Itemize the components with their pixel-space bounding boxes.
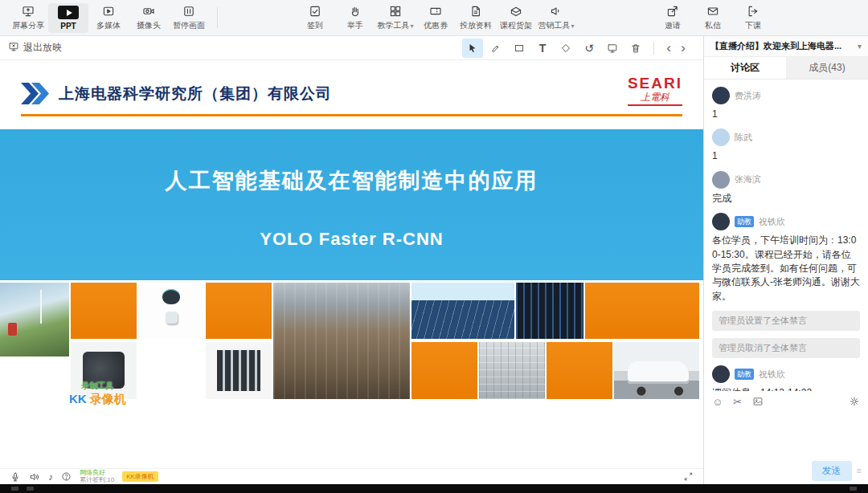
sender-name: 祝铁欣 <box>759 369 785 381</box>
system-message: 管理员取消了全体禁言 <box>712 338 860 358</box>
taskbar-icon[interactable] <box>850 487 857 491</box>
expand-icon[interactable] <box>683 471 694 482</box>
tab-discussion[interactable]: 讨论区 <box>704 57 786 79</box>
toolbar-button-multimedia[interactable]: 多媒体 <box>88 2 129 34</box>
toolbar-button-pause-screen[interactable]: 暂停画面 <box>169 2 209 34</box>
microphone-icon[interactable] <box>10 471 21 483</box>
live-intro-header[interactable]: 【直播介绍】欢迎来到上海电器... ▾ <box>704 36 868 57</box>
top-toolbar: 屏幕分享 PPT 多媒体 摄像头 <box>0 0 868 36</box>
tab-members[interactable]: 成员(43) <box>786 57 868 79</box>
tool-trash[interactable] <box>625 39 646 58</box>
toolbar-button-raise-hand[interactable]: 举手 <box>335 2 375 34</box>
send-row: 发送 ≡ <box>704 457 868 484</box>
seari-logo-text: SEARI <box>628 75 682 92</box>
collage-photo-robot <box>138 283 204 339</box>
watermark-badge: KK录像机 <box>122 471 158 482</box>
avatar <box>712 171 730 189</box>
message-list[interactable]: 费洪涛 1 陈武 1 张海滨 完成 <box>704 79 868 391</box>
taskbar-icon[interactable] <box>11 487 18 491</box>
sender-name: 张海滨 <box>735 173 761 185</box>
tool-pen[interactable] <box>485 39 506 58</box>
slide-header: 上海电器科学研究所（集团）有限公司 SEARI 上電科 <box>0 60 703 106</box>
toolbar-button-label: PPT <box>60 22 76 31</box>
tool-text[interactable]: T <box>532 39 553 58</box>
qa-icon[interactable] <box>61 471 72 482</box>
toolbar-button-end-class[interactable]: 下课 <box>733 2 773 34</box>
teaching-tools-icon <box>389 4 402 18</box>
toolbar-divider <box>653 42 654 55</box>
toolbar-button-course-shelf[interactable]: 课程货架 <box>496 2 536 34</box>
annotation-tools: T ↺ <box>462 39 646 58</box>
image-button[interactable] <box>752 396 764 407</box>
collage-photo-anechoic-chamber <box>479 342 545 399</box>
ppt-play-icon <box>58 6 79 20</box>
toolbar-button-label: 签到 <box>307 20 323 31</box>
toolbar-button-invite[interactable]: 邀请 <box>653 2 693 34</box>
presenter-toolbar: 退出放映 T ↺ <box>0 36 703 60</box>
recorder-watermark: 录制工具 KK 录像机 <box>69 381 126 406</box>
prev-slide-button[interactable]: ‹ <box>661 41 676 55</box>
toolbar-button-label: 多媒体 <box>96 20 121 31</box>
network-status: 网络良好 累计签到:10 <box>80 470 114 484</box>
materials-icon <box>469 4 482 18</box>
company-brand: 上海电器科学研究所（集团）有限公司 <box>21 83 332 104</box>
music-icon[interactable]: ♪ <box>48 471 53 483</box>
camera-icon <box>142 4 155 18</box>
bottom-taskbar-strip <box>0 484 868 493</box>
tool-display[interactable] <box>602 39 623 58</box>
seari-logo-subtext: 上電科 <box>628 92 682 106</box>
pause-screen-icon <box>182 4 195 18</box>
end-class-icon <box>747 4 760 18</box>
raise-hand-icon <box>349 4 362 18</box>
toolbar-button-marketing-tools[interactable]: 营销工具▾ <box>536 2 576 34</box>
speaker-icon[interactable] <box>29 471 40 483</box>
tool-undo[interactable]: ↺ <box>579 39 600 58</box>
settings-gear-button[interactable] <box>849 396 860 407</box>
chat-sidebar: 【直播介绍】欢迎来到上海电器... ▾ 讨论区 成员(43) 费洪涛 1 <box>703 36 868 484</box>
toolbar-button-private-message[interactable]: 私信 <box>693 2 733 34</box>
toolbar-button-materials[interactable]: 投放资料 <box>456 2 496 34</box>
marketing-tools-icon <box>550 4 563 18</box>
send-options-icon[interactable]: ≡ <box>857 466 862 475</box>
exit-projection-icon <box>8 41 19 55</box>
toolbar-button-teaching-tools[interactable]: 教学工具▾ <box>375 2 416 34</box>
collage-tile-orange <box>547 342 612 399</box>
toolbar-button-ppt[interactable]: PPT <box>48 3 88 33</box>
toolbar-button-coupon[interactable]: 优惠券 <box>416 2 456 34</box>
invite-icon <box>666 4 679 18</box>
collage-photo-building <box>273 283 410 399</box>
coupon-icon <box>429 4 442 18</box>
message-text: 完成 <box>712 192 860 206</box>
toolbar-button-label: 举手 <box>347 20 363 31</box>
tool-eraser[interactable] <box>555 39 576 58</box>
company-name: 上海电器科学研究所（集团）有限公司 <box>59 84 332 104</box>
toolbar-button-screen-share[interactable]: 屏幕分享 <box>8 2 48 34</box>
emoji-button[interactable]: ☺ <box>712 396 723 408</box>
watermark-recorder: 录像机 <box>90 392 126 405</box>
toolbar-button-label: 摄像头 <box>137 20 161 31</box>
sender-name: 祝铁欣 <box>759 216 785 228</box>
tool-rectangle[interactable] <box>509 39 530 58</box>
toolbar-button-sign-in[interactable]: 签到 <box>295 2 335 34</box>
screenshot-button[interactable]: ✂ <box>733 396 742 408</box>
chat-input[interactable] <box>704 412 868 457</box>
tool-cursor[interactable] <box>462 39 483 58</box>
presentation-stage: 退出放映 T ↺ <box>0 36 703 484</box>
collage-photo-wind-turbine <box>0 283 69 357</box>
taskbar-icon[interactable] <box>27 487 34 491</box>
toolbar-button-camera[interactable]: 摄像头 <box>129 2 169 34</box>
chat-message: 费洪涛 1 <box>712 87 860 121</box>
seari-logo: SEARI 上電科 <box>628 75 682 106</box>
send-button[interactable]: 发送 <box>812 461 852 481</box>
avatar <box>712 128 730 146</box>
main-area: 退出放映 T ↺ <box>0 36 868 484</box>
slide-title: 人工智能基础及在智能制造中的应用 <box>166 166 538 195</box>
watermark-kk: KK <box>69 392 87 405</box>
next-slide-button[interactable]: › <box>676 41 690 55</box>
sign-in-icon <box>309 4 321 18</box>
toolbar-group-center: 签到 举手 教学工具▾ 优惠券 <box>295 2 576 34</box>
chat-message: 助教 祝铁欣 课间休息：14:12-14:22 <box>712 365 860 391</box>
exit-projection-button[interactable]: 退出放映 <box>8 41 62 55</box>
chat-message: 陈武 1 <box>712 128 860 163</box>
toolbar-button-label: 私信 <box>705 20 721 31</box>
